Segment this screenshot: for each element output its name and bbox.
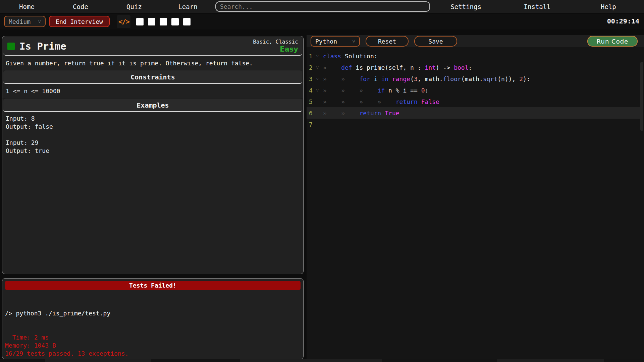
- progress-square: [160, 18, 167, 25]
- progress-square: [136, 18, 144, 25]
- bottom-strip-segment: [45, 359, 151, 362]
- example-output: Output: false: [6, 123, 300, 131]
- examples-list: Input: 8Output: falseInput: 29Output: tr…: [2, 112, 303, 166]
- language-select[interactable]: Python ˅: [311, 36, 360, 47]
- examples-header: Examples: [3, 99, 302, 112]
- nav-right-items: SettingsInstallHelp: [430, 0, 644, 13]
- tests-failed-banner: Tests Failed!: [5, 281, 301, 290]
- code-line-4[interactable]: 4˅» » » if n % i == 0:: [307, 84, 640, 96]
- editor-toolbar: Python ˅ Reset Save Run Code: [307, 35, 644, 47]
- indent-guide-icon: » »: [323, 75, 359, 82]
- test-result-line: Memory: 1043 B: [5, 342, 301, 350]
- line-number: 4: [309, 87, 316, 94]
- test-result-line: 16/29 tests passed. 13 exceptions.: [5, 350, 301, 358]
- nav-item-quiz[interactable]: Quiz: [107, 0, 161, 13]
- code-brackets-icon: </>: [118, 18, 129, 26]
- end-interview-button[interactable]: End Interview: [49, 16, 110, 27]
- code-line-7[interactable]: 7: [307, 119, 640, 130]
- nav-item-home[interactable]: Home: [0, 0, 54, 13]
- test-results-panel: Tests Failed! /> python3 ./is_prime/test…: [2, 278, 304, 359]
- code-editor[interactable]: 1˅class Solution:2˅» def is_prime(self, …: [307, 47, 644, 359]
- example-block: Input: 29Output: true: [6, 139, 300, 155]
- code-text: » » » » return False: [323, 98, 439, 105]
- test-output: /> python3 ./is_prime/test.py Time: 2 ms…: [2, 290, 303, 359]
- fold-arrow-icon[interactable]: ˅: [316, 87, 323, 93]
- problem-title-band: Is Prime Basic, Classic Easy: [3, 37, 302, 56]
- difficulty-badge: Easy: [253, 45, 298, 53]
- example-input: Input: 29: [6, 139, 300, 147]
- code-line-5[interactable]: 5» » » » return False: [307, 96, 640, 107]
- interview-toolbar: Medium ˅ End Interview </> 00:29:14: [0, 14, 644, 29]
- line-number: 6: [309, 110, 316, 117]
- status-square-icon: [7, 43, 15, 50]
- fold-arrow-icon[interactable]: ˅: [316, 76, 323, 82]
- nav-item-help[interactable]: Help: [573, 0, 644, 13]
- difficulty-select-value: Medium: [9, 18, 31, 25]
- example-output: Output: true: [6, 147, 300, 155]
- problem-meta: Basic, Classic Easy: [253, 39, 298, 53]
- bottom-strip-segment: [497, 359, 604, 362]
- search-input[interactable]: [215, 1, 430, 12]
- problem-tags: Basic, Classic: [253, 39, 298, 45]
- problem-panel: Is Prime Basic, Classic Easy Given a num…: [2, 36, 304, 274]
- nav-item-learn[interactable]: Learn: [161, 0, 215, 13]
- line-number: 3: [309, 75, 316, 82]
- code-brackets-tile[interactable]: </>: [117, 15, 130, 28]
- constraints-value: 1 <= n <= 10000: [2, 84, 303, 99]
- code-text: » » return True: [323, 110, 399, 117]
- chevron-down-icon: ˅: [353, 38, 355, 44]
- difficulty-select[interactable]: Medium ˅: [4, 16, 46, 27]
- problem-description: Given a number, return true if it is pri…: [2, 56, 303, 70]
- code-line-3[interactable]: 3˅» » for i in range(3, math.floor(math.…: [307, 73, 640, 84]
- line-number: 1: [309, 53, 316, 60]
- code-text: » » for i in range(3, math.floor(math.sq…: [323, 75, 530, 82]
- save-button[interactable]: Save: [414, 36, 457, 47]
- constraints-header: Constraints: [3, 70, 302, 84]
- reset-button[interactable]: Reset: [366, 36, 409, 47]
- top-nav-bar: HomeCodeQuizLearn SettingsInstallHelp: [0, 0, 644, 13]
- interview-timer: 00:29:14: [607, 17, 639, 25]
- fold-arrow-icon[interactable]: ˅: [316, 64, 323, 70]
- problem-title: Is Prime: [19, 41, 66, 52]
- progress-squares: [136, 18, 191, 25]
- code-text: » def is_prime(self, n : int) -> bool:: [323, 64, 472, 71]
- progress-square: [183, 18, 191, 25]
- language-select-value: Python: [315, 38, 337, 45]
- nav-item-code[interactable]: Code: [54, 0, 107, 13]
- indent-guide-icon: » » » »: [323, 98, 396, 105]
- indent-guide-icon: » »: [323, 110, 359, 117]
- code-text: class Solution:: [323, 53, 378, 60]
- example-input: Input: 8: [6, 115, 300, 123]
- code-line-2[interactable]: 2˅» def is_prime(self, n : int) -> bool:: [307, 62, 640, 73]
- progress-square: [148, 18, 155, 25]
- fold-arrow-icon[interactable]: ˅: [316, 53, 323, 59]
- code-line-6[interactable]: 6» » return True: [307, 107, 640, 119]
- run-code-button[interactable]: Run Code: [587, 36, 638, 47]
- test-result-lines: Time: 2 msMemory: 1043 B16/29 tests pass…: [5, 334, 301, 359]
- code-lines: 1˅class Solution:2˅» def is_prime(self, …: [307, 50, 644, 130]
- bottom-strip: [0, 359, 644, 362]
- indent-guide-icon: » » »: [323, 87, 378, 94]
- line-number: 5: [309, 98, 316, 105]
- nav-left-items: HomeCodeQuizLearn: [0, 0, 215, 13]
- chevron-down-icon: ˅: [38, 18, 41, 24]
- line-number: 7: [309, 121, 316, 128]
- test-result-line: Time: 2 ms: [5, 334, 301, 342]
- example-block: Input: 8Output: false: [6, 115, 300, 131]
- bottom-strip-segment: [240, 359, 382, 362]
- line-number: 2: [309, 64, 316, 71]
- nav-item-settings[interactable]: Settings: [430, 0, 501, 13]
- test-command-line: /> python3 ./is_prime/test.py: [5, 309, 301, 317]
- code-line-1[interactable]: 1˅class Solution:: [307, 50, 640, 62]
- progress-square: [171, 18, 179, 25]
- code-text: » » » if n % i == 0:: [323, 87, 428, 94]
- editor-scrollbar[interactable]: [640, 62, 643, 131]
- nav-item-install[interactable]: Install: [501, 0, 573, 13]
- indent-guide-icon: »: [323, 64, 341, 71]
